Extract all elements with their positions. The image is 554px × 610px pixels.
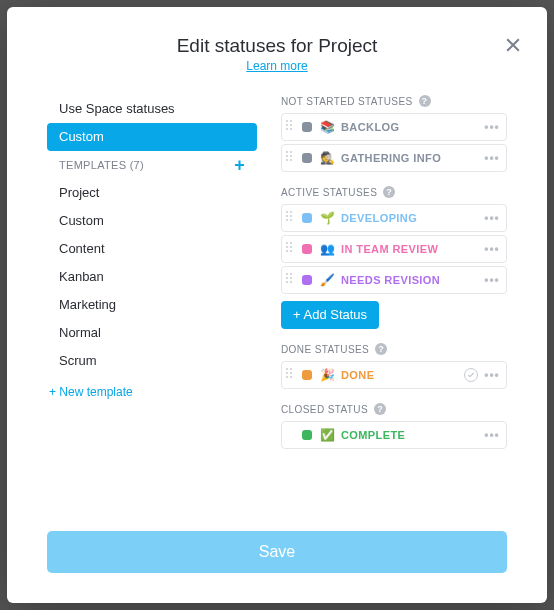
add-template-icon[interactable]: + xyxy=(234,156,245,174)
custom-option[interactable]: Custom xyxy=(47,123,257,151)
add-status-button[interactable]: + Add Status xyxy=(281,301,379,329)
new-template-link[interactable]: + New template xyxy=(47,385,257,399)
left-column: Use Space statuses Custom TEMPLATES (7) … xyxy=(47,83,257,511)
status-row[interactable]: 🖌️NEEDS REVISION••• xyxy=(281,266,507,294)
help-icon[interactable]: ? xyxy=(419,95,431,107)
template-item[interactable]: Scrum xyxy=(47,347,257,375)
edit-statuses-modal: Edit statuses for Project Learn more Use… xyxy=(7,7,547,603)
status-row[interactable]: 📚BACKLOG••• xyxy=(281,113,507,141)
template-item[interactable]: Normal xyxy=(47,319,257,347)
status-label: NEEDS REVISION xyxy=(341,274,484,286)
modal-footer: Save xyxy=(7,511,547,603)
close-button[interactable] xyxy=(503,35,523,55)
drag-handle-icon[interactable] xyxy=(286,120,296,134)
templates-header: TEMPLATES (7) + xyxy=(47,151,257,179)
more-icon[interactable]: ••• xyxy=(484,427,500,443)
save-button[interactable]: Save xyxy=(47,531,507,573)
status-label: IN TEAM REVIEW xyxy=(341,243,484,255)
status-emoji: 👥 xyxy=(320,242,335,256)
help-icon[interactable]: ? xyxy=(375,343,387,355)
use-space-statuses[interactable]: Use Space statuses xyxy=(47,95,257,123)
drag-handle-icon[interactable] xyxy=(286,368,296,382)
more-icon[interactable]: ••• xyxy=(484,241,500,257)
more-icon[interactable]: ••• xyxy=(484,272,500,288)
status-row[interactable]: 🌱DEVELOPING••• xyxy=(281,204,507,232)
status-color-chip xyxy=(302,275,312,285)
status-label: BACKLOG xyxy=(341,121,484,133)
template-item[interactable]: Marketing xyxy=(47,291,257,319)
check-icon[interactable] xyxy=(464,368,478,382)
drag-handle-icon[interactable] xyxy=(286,151,296,165)
right-column: NOT STARTED STATUSES ? 📚BACKLOG•••🕵️GATH… xyxy=(281,83,507,511)
not-started-label: NOT STARTED STATUSES ? xyxy=(281,95,507,107)
more-icon[interactable]: ••• xyxy=(484,367,500,383)
status-emoji: 🎉 xyxy=(320,368,335,382)
help-icon[interactable]: ? xyxy=(383,186,395,198)
template-item[interactable]: Custom xyxy=(47,207,257,235)
status-emoji: 🌱 xyxy=(320,211,335,225)
status-emoji: ✅ xyxy=(320,428,335,442)
drag-handle-icon[interactable] xyxy=(286,273,296,287)
status-label: GATHERING INFO xyxy=(341,152,484,164)
status-row[interactable]: ✅COMPLETE••• xyxy=(281,421,507,449)
status-color-chip xyxy=(302,122,312,132)
status-emoji: 🖌️ xyxy=(320,273,335,287)
status-emoji: 🕵️ xyxy=(320,151,335,165)
status-row[interactable]: 🎉DONE••• xyxy=(281,361,507,389)
status-row[interactable]: 🕵️GATHERING INFO••• xyxy=(281,144,507,172)
closed-label: CLOSED STATUS ? xyxy=(281,403,507,415)
template-item[interactable]: Project xyxy=(47,179,257,207)
active-label: ACTIVE STATUSES ? xyxy=(281,186,507,198)
status-row[interactable]: 👥IN TEAM REVIEW••• xyxy=(281,235,507,263)
drag-handle-icon[interactable] xyxy=(286,242,296,256)
close-icon xyxy=(503,35,523,55)
status-label: COMPLETE xyxy=(341,429,484,441)
modal-body: Use Space statuses Custom TEMPLATES (7) … xyxy=(7,83,547,511)
more-icon[interactable]: ••• xyxy=(484,210,500,226)
status-emoji: 📚 xyxy=(320,120,335,134)
help-icon[interactable]: ? xyxy=(374,403,386,415)
modal-header: Edit statuses for Project Learn more xyxy=(7,7,547,83)
template-item[interactable]: Content xyxy=(47,235,257,263)
drag-handle-icon[interactable] xyxy=(286,211,296,225)
status-color-chip xyxy=(302,213,312,223)
status-color-chip xyxy=(302,244,312,254)
status-label: DEVELOPING xyxy=(341,212,484,224)
templates-header-label: TEMPLATES (7) xyxy=(59,159,144,171)
more-icon[interactable]: ••• xyxy=(484,119,500,135)
learn-more-link[interactable]: Learn more xyxy=(246,59,307,73)
status-color-chip xyxy=(302,153,312,163)
status-color-chip xyxy=(302,370,312,380)
more-icon[interactable]: ••• xyxy=(484,150,500,166)
template-item[interactable]: Kanban xyxy=(47,263,257,291)
status-label: DONE xyxy=(341,369,464,381)
status-color-chip xyxy=(302,430,312,440)
modal-title: Edit statuses for Project xyxy=(27,35,527,57)
done-label: DONE STATUSES ? xyxy=(281,343,507,355)
